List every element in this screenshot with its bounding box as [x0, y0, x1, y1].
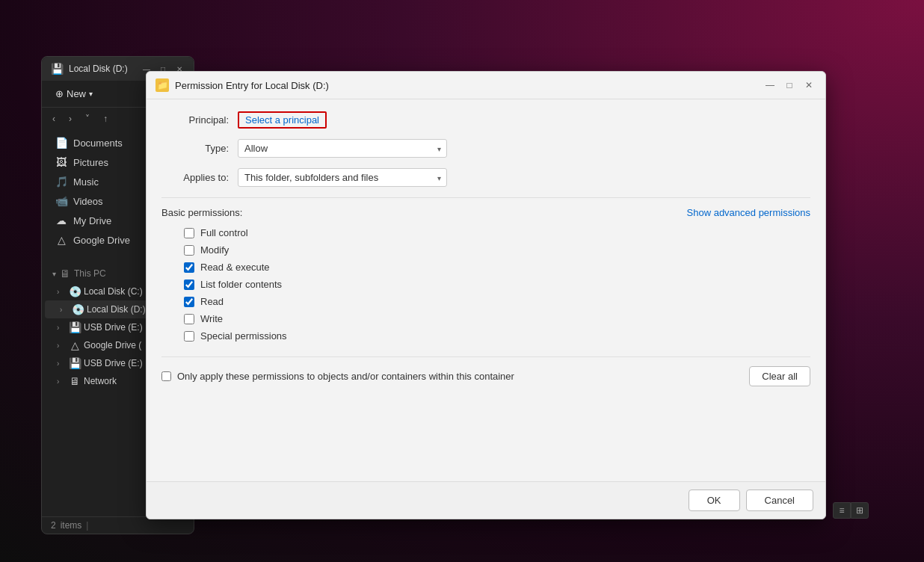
- dialog-restore-button[interactable]: □: [782, 78, 797, 93]
- documents-icon: 📄: [55, 137, 67, 149]
- principal-label: Principal:: [161, 114, 229, 126]
- write-checkbox[interactable]: [184, 314, 194, 324]
- dialog-title-icon: 📁: [155, 78, 169, 92]
- permissions-title: Basic permissions:: [161, 207, 242, 218]
- tree-item-label: Network: [84, 376, 117, 386]
- separator: [161, 197, 810, 198]
- read-execute-checkbox[interactable]: [184, 262, 194, 273]
- tree-chevron-icon: ›: [57, 324, 66, 332]
- tree-chevron-icon: ›: [60, 306, 69, 314]
- modify-label: Modify: [200, 244, 229, 256]
- perm-list-folder: List folder contents: [184, 279, 810, 290]
- dialog-content: Principal: Select a principal Type: Allo…: [147, 99, 825, 481]
- sidebar-item-label: Google Drive: [73, 235, 130, 246]
- dialog-win-buttons: — □ ✕: [763, 78, 816, 93]
- applies-to-select[interactable]: This folder, subfolders and files This f…: [238, 168, 447, 187]
- pictures-icon: 🖼: [55, 156, 67, 168]
- usb-icon: 💾: [69, 321, 81, 333]
- network-icon: 🖥: [69, 375, 81, 387]
- type-row: Type: Allow Deny ▾: [161, 139, 810, 158]
- sidebar-item-label: Videos: [73, 196, 103, 207]
- permissions-checkbox-list: Full control Modify Read & execute List …: [184, 227, 810, 342]
- special-permissions-checkbox[interactable]: [184, 331, 194, 342]
- dialog-minimize-button[interactable]: —: [763, 78, 777, 93]
- write-label: Write: [200, 313, 223, 324]
- sidebar-item-label: Music: [73, 176, 99, 188]
- this-pc-icon: 🖥: [59, 268, 71, 280]
- list-folder-label: List folder contents: [200, 279, 282, 290]
- expand-button[interactable]: ˅: [81, 111, 94, 127]
- videos-icon: 📹: [55, 195, 67, 207]
- list-folder-checkbox[interactable]: [184, 280, 194, 290]
- type-select-wrapper: Allow Deny ▾: [238, 139, 447, 158]
- new-chevron-icon: ▾: [89, 90, 93, 98]
- view-toggle: ≡ ⊞: [833, 502, 869, 519]
- perm-read: Read: [184, 296, 810, 307]
- tree-chevron-icon: ›: [57, 288, 66, 296]
- status-count: 2: [51, 520, 56, 531]
- sidebar-item-label: My Drive: [73, 215, 111, 226]
- new-icon: ⊕: [55, 88, 64, 99]
- perm-full-control: Full control: [184, 227, 810, 238]
- drive-icon: 💾: [51, 63, 63, 75]
- grid-view-button[interactable]: ⊞: [851, 502, 869, 519]
- tree-chevron-icon: ›: [57, 342, 66, 350]
- read-execute-label: Read & execute: [200, 262, 270, 273]
- permissions-section: Basic permissions: Show advanced permiss…: [161, 207, 810, 218]
- forward-button[interactable]: ›: [64, 111, 76, 127]
- applies-to-select-wrapper: This folder, subfolders and files This f…: [238, 168, 447, 187]
- select-principal-link[interactable]: Select a principal: [238, 111, 327, 129]
- tree-chevron-icon: ›: [57, 377, 66, 386]
- read-label: Read: [200, 296, 224, 307]
- type-label: Type:: [161, 143, 229, 154]
- this-pc-label: This PC: [74, 268, 106, 279]
- up-button[interactable]: ↑: [99, 111, 112, 127]
- special-label: Special permissions: [200, 330, 287, 342]
- tree-item-label: Google Drive (: [84, 340, 141, 351]
- cancel-button[interactable]: Cancel: [746, 490, 813, 511]
- perm-special: Special permissions: [184, 330, 810, 342]
- usb2-icon: 💾: [69, 357, 81, 369]
- status-divider: |: [86, 520, 88, 531]
- tree-item-label: Local Disk (D:): [87, 304, 146, 315]
- type-select[interactable]: Allow Deny: [238, 139, 447, 158]
- principal-row: Principal: Select a principal: [161, 111, 810, 129]
- apply-row: Only apply these permissions to objects …: [161, 356, 810, 386]
- music-icon: 🎵: [55, 176, 67, 188]
- apply-only-label: Only apply these permissions to objects …: [177, 371, 514, 382]
- tree-item-label: USB Drive (E:): [84, 358, 143, 368]
- explorer-title: Local Disk (D:): [69, 64, 135, 74]
- google-drive-icon: △: [69, 339, 81, 351]
- new-button[interactable]: ⊕ New ▾: [49, 85, 99, 102]
- full-control-checkbox[interactable]: [184, 228, 194, 238]
- perm-write: Write: [184, 313, 810, 324]
- dialog-close-button[interactable]: ✕: [801, 78, 816, 93]
- show-advanced-link[interactable]: Show advanced permissions: [687, 207, 810, 218]
- applies-to-label: Applies to:: [161, 172, 229, 183]
- back-button[interactable]: ‹: [48, 111, 60, 127]
- sidebar-item-label: Pictures: [73, 157, 108, 168]
- tree-item-label: Local Disk (C:): [84, 286, 143, 297]
- apply-only-row: Only apply these permissions to objects …: [161, 371, 514, 382]
- clear-all-button[interactable]: Clear all: [749, 366, 810, 386]
- dialog-titlebar: 📁 Permission Entry for Local Disk (D:) —…: [147, 72, 825, 99]
- permission-entry-dialog: 📁 Permission Entry for Local Disk (D:) —…: [146, 71, 826, 519]
- modify-checkbox[interactable]: [184, 245, 194, 256]
- disk-c-icon: 💿: [69, 285, 81, 297]
- dialog-footer: OK Cancel: [147, 481, 825, 519]
- list-view-button[interactable]: ≡: [833, 502, 851, 519]
- googledrive-icon: △: [55, 234, 67, 246]
- perm-read-execute: Read & execute: [184, 262, 810, 273]
- dialog-title: Permission Entry for Local Disk (D:): [175, 80, 757, 91]
- tree-item-label: USB Drive (E:): [84, 322, 143, 333]
- ok-button[interactable]: OK: [689, 490, 740, 511]
- sidebar-item-label: Documents: [73, 138, 123, 149]
- read-checkbox[interactable]: [184, 297, 194, 307]
- mydrive-icon: ☁: [55, 214, 67, 226]
- full-control-label: Full control: [200, 227, 248, 238]
- apply-only-checkbox[interactable]: [161, 371, 171, 381]
- new-label: New: [67, 88, 86, 99]
- perm-modify: Modify: [184, 244, 810, 256]
- status-unit: items: [61, 520, 82, 531]
- disk-d-icon: 💿: [72, 303, 84, 315]
